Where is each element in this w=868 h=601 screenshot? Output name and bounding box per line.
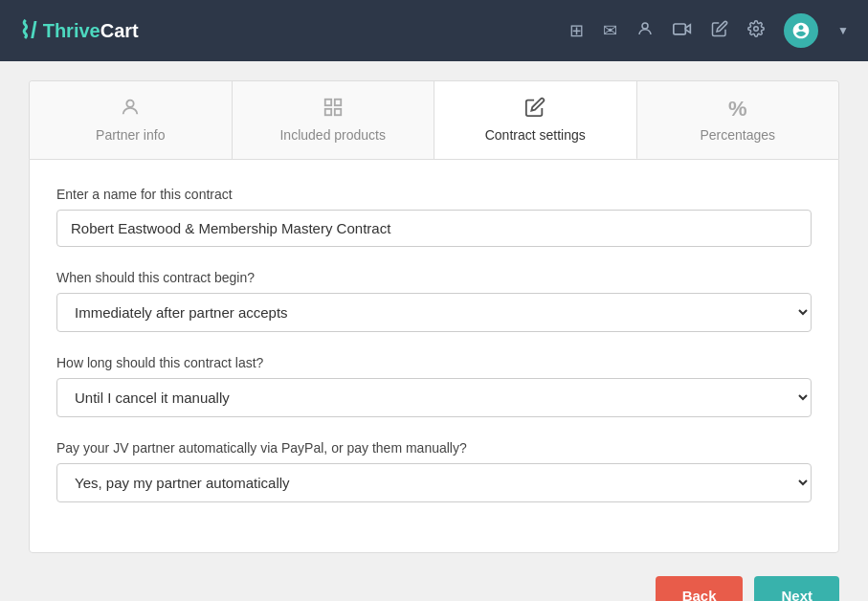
settings-icon[interactable]	[747, 20, 765, 42]
footer-buttons: Back Next	[29, 576, 839, 601]
logo-text: ThriveCart	[43, 20, 139, 42]
contract-begin-select[interactable]: Immediately after partner accepts On a s…	[56, 293, 812, 332]
next-button[interactable]: Next	[754, 576, 839, 601]
contract-duration-label: How long should this contract last?	[56, 355, 812, 370]
contract-begin-group: When should this contract begin? Immedia…	[56, 270, 812, 332]
svg-rect-1	[674, 24, 686, 34]
percentages-icon: %	[728, 97, 747, 122]
included-products-icon	[323, 97, 344, 122]
svg-rect-6	[325, 109, 331, 115]
tab-partner-info-label: Partner info	[96, 127, 165, 143]
contract-name-input[interactable]: Robert Eastwood & Membership Mastery Con…	[56, 210, 812, 247]
contract-duration-select[interactable]: Until I cancel it manually For a fixed n…	[56, 378, 812, 417]
logo[interactable]: ⌇/ ThriveCart	[19, 17, 139, 44]
svg-point-0	[642, 23, 648, 29]
back-button[interactable]: Back	[656, 576, 744, 601]
avatar-button[interactable]	[784, 13, 818, 48]
contract-name-group: Enter a name for this contract Robert Ea…	[56, 187, 812, 247]
svg-point-3	[127, 100, 134, 107]
svg-rect-7	[335, 109, 341, 115]
navbar-icons: ⊞ ✉ ▼	[569, 13, 849, 48]
logo-symbol: ⌇/	[19, 17, 37, 44]
tabs-container: Partner info Included products Contract …	[29, 80, 839, 159]
payment-label: Pay your JV partner automatically via Pa…	[56, 440, 812, 456]
avatar-dropdown-caret[interactable]: ▼	[837, 24, 849, 37]
tab-included-products-label: Included products	[279, 127, 386, 143]
user-nav-icon[interactable]	[636, 20, 654, 42]
partner-info-icon	[120, 97, 141, 122]
main-content: Partner info Included products Contract …	[0, 61, 868, 601]
grid-icon[interactable]: ⊞	[569, 20, 584, 41]
svg-rect-5	[335, 100, 341, 105]
contract-name-label: Enter a name for this contract	[56, 187, 812, 202]
tab-contract-settings-label: Contract settings	[485, 127, 586, 143]
tab-partner-info[interactable]: Partner info	[30, 81, 233, 159]
edit-nav-icon[interactable]	[711, 20, 728, 42]
form-card: Enter a name for this contract Robert Ea…	[29, 159, 839, 553]
contract-begin-label: When should this contract begin?	[56, 270, 812, 285]
payment-group: Pay your JV partner automatically via Pa…	[56, 440, 812, 502]
contract-duration-group: How long should this contract last? Unti…	[56, 355, 812, 417]
payment-select[interactable]: Yes, pay my partner automatically No, I …	[56, 463, 812, 502]
tab-percentages-label: Percentages	[700, 127, 775, 143]
tab-percentages[interactable]: % Percentages	[637, 81, 839, 159]
tab-included-products[interactable]: Included products	[233, 81, 435, 159]
video-icon[interactable]	[673, 21, 692, 41]
svg-point-2	[754, 26, 759, 31]
inbox-icon[interactable]: ✉	[603, 20, 617, 41]
svg-rect-4	[325, 100, 331, 105]
tab-contract-settings[interactable]: Contract settings	[434, 81, 637, 159]
navbar: ⌇/ ThriveCart ⊞ ✉ ▼	[0, 0, 868, 61]
contract-settings-icon	[524, 97, 545, 122]
